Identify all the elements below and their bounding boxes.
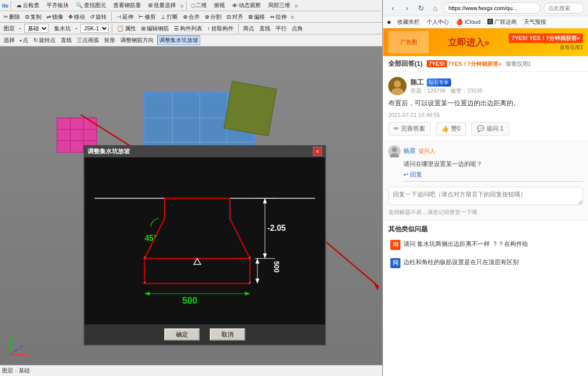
element-select[interactable]: JSK-1 (80, 24, 109, 33)
tool-two-points[interactable]: 两点 (242, 24, 256, 33)
ad-sub-text: 首答仅用1 (560, 44, 583, 51)
tool-delete[interactable]: ✂ 删除 (2, 13, 22, 21)
split-icon: ⊗ (205, 14, 209, 20)
minutes-text: 7YES！7分钟就获答» (448, 60, 502, 68)
yes-logo: 7YES! (512, 35, 528, 41)
tool-offset[interactable]: ⊠ 偏移 (247, 13, 266, 21)
bookmarks-bar: ★ 收藏夹栏 个人中心 🍎 iCloud 🅶 广联达商 天气预报 (383, 16, 588, 28)
app-logo: ite (2, 3, 9, 9)
menu-dynamic-observe[interactable]: 👁 动态观察 (229, 1, 264, 10)
tool-break[interactable]: ⊥ 打断 (159, 13, 179, 21)
user-badge: 钻石专家 (427, 78, 451, 87)
right-panel-browser: ‹ › ↻ ⌂ ★ 收藏夹栏 个人中心 🍎 iCloud 🅶 广联达商 天气预报… (383, 0, 588, 376)
svg-text:Z: Z (20, 344, 23, 349)
pink-cell (83, 130, 97, 141)
ad-banner[interactable]: 广告图 立即进入» 7YES! YES！7分钟就获答» 首答仅用1 (383, 28, 588, 56)
list-icon: ☰ (174, 25, 179, 32)
tool-component-list[interactable]: ☰ 构件列表 (172, 24, 204, 33)
point-icon: • (20, 37, 22, 44)
tool-move[interactable]: ✥ 移动 (67, 13, 86, 21)
menu-batch-select[interactable]: ⊞ 批量选择 (145, 1, 179, 10)
bookmark-personal[interactable]: 个人中心 (425, 18, 450, 26)
properties-icon: 📋 (117, 25, 124, 32)
rebar-icon: ⊞ (141, 25, 146, 32)
tool-copy[interactable]: ⧉ 复制 (24, 13, 43, 21)
separator2 (186, 1, 187, 10)
svg-text:-2.05: -2.05 (267, 224, 286, 232)
tool-parallel[interactable]: 平行 (274, 24, 288, 33)
tool-point-angle[interactable]: 点角 (290, 24, 304, 33)
menu-bar-top: ite ☁ 云检查 平齐板块 🔍 查找图元 查看钢筋量 ⊞ 批量选择 » □ 二… (0, 0, 382, 11)
search-input[interactable] (544, 3, 584, 14)
menu-cloud-check[interactable]: ☁ 云检查 (13, 1, 42, 10)
refresh-button[interactable]: ↻ (416, 3, 427, 14)
svg-text:X: X (26, 352, 30, 358)
cancel-button[interactable]: 取消 (210, 328, 245, 341)
ad-badge: 7YES! YES！7分钟就获答» (509, 33, 583, 43)
align-icon: ⊟ (227, 14, 231, 20)
stretch-icon: ⇔ (270, 14, 275, 20)
improve-answer-button[interactable]: ✏ 完善答案 (388, 122, 431, 136)
back-button[interactable]: ‹ (387, 3, 398, 14)
forward-button[interactable]: › (401, 3, 413, 14)
tool-three-point-arc[interactable]: 三点画弧 (75, 36, 101, 45)
menu-find-element[interactable]: 🔍 查找图元 (73, 1, 109, 10)
commenter-role: 提问人 (419, 147, 435, 155)
dialog-close-button[interactable]: × (313, 147, 322, 156)
tool-edit-rebar[interactable]: ⊞ 编辑钢筋 (140, 24, 170, 33)
reply-divider (403, 181, 583, 182)
tool-straight-line[interactable]: 直线 (59, 36, 73, 45)
other-question-item-1[interactable]: 问 请问 集水坑两侧出边距离不一样 ？？在构件绘 (388, 238, 583, 252)
tool-trim[interactable]: ⊢ 修剪 (137, 13, 157, 21)
tool-pick-component[interactable]: ↑ 拾取构件 (206, 24, 235, 33)
tool-adjust-pit-slope[interactable]: 调整集水坑放坡 (157, 35, 200, 45)
dialog-title-bar: 调整集水坑放坡 × (84, 145, 325, 157)
menu-top-view[interactable]: 俯视 (211, 1, 228, 10)
answer-block: 陈工 钻石专家 答题：126796 被赞：23535 布置后，可以设置某一位置边… (383, 72, 588, 141)
url-bar[interactable] (444, 3, 540, 14)
tool-line[interactable]: 直线 (258, 24, 272, 33)
bookmark-icloud[interactable]: 🍎 iCloud (455, 18, 482, 26)
comment-text: 请问在哪里设置某一边的呢？ (388, 159, 583, 169)
tool-split[interactable]: ⊗ 分割 (203, 13, 223, 21)
more-icon2: » (294, 2, 298, 10)
bookmark-weather[interactable]: 天气预报 (522, 18, 548, 26)
cad-viewport[interactable]: Y X Z 调整集水坑放坡 × (0, 47, 382, 365)
tool-properties[interactable]: 📋 属性 (115, 24, 138, 33)
pink-cell (70, 118, 83, 130)
tool-align[interactable]: ⊟ 对齐 (225, 13, 245, 21)
svg-rect-14 (84, 158, 325, 323)
reply-link[interactable]: ↩ 回复 (388, 171, 583, 179)
tool-extend[interactable]: ⊣ 延伸 (115, 13, 135, 21)
tool-rotate-point[interactable]: ↻ 旋转点 (32, 36, 57, 45)
merge-icon: ⊕ (183, 14, 188, 20)
menu-align-board[interactable]: 平齐板块 (43, 1, 72, 10)
other-question-item-2[interactable]: 问 边柱和角柱的纵筋设置是在只在顶层有区别 (388, 256, 583, 270)
follow-up-button[interactable]: 💬 追问 1 (471, 122, 509, 136)
tool-rotate[interactable]: ↺ 旋转 (88, 13, 108, 21)
offset-icon: ⊠ (248, 14, 253, 20)
tool-merge[interactable]: ⊕ 合并 (182, 13, 201, 21)
home-button[interactable]: ⌂ (430, 3, 441, 14)
tool-rectangle[interactable]: 矩形 (103, 36, 117, 45)
tool-stretch[interactable]: ⇔ 拉伸 (268, 13, 288, 21)
confirm-button[interactable]: 确定 (164, 328, 200, 341)
bookmark-gld[interactable]: 🅶 广联达商 (486, 18, 518, 26)
tool-adjust-rebar-dir[interactable]: 调整钢筋方向 (119, 36, 155, 45)
bookmark-collections[interactable]: 收藏夹栏 (396, 18, 421, 26)
comment-input[interactable] (388, 187, 583, 205)
menu-2d[interactable]: □ 二维 (189, 1, 210, 10)
like-button[interactable]: 👍 赞0 (436, 122, 466, 136)
tool-mirror[interactable]: ⇌ 镜像 (45, 13, 65, 21)
more-icon: » (180, 2, 184, 10)
commenter-info: 杨晨 提问人 (388, 145, 583, 157)
layer-select[interactable]: 基础 (24, 24, 49, 33)
thumb-up-icon: 👍 (441, 125, 449, 132)
blue-cell (200, 118, 227, 143)
user-stats: 答题：126796 被赞：23535 (411, 87, 482, 95)
menu-rebar-amount[interactable]: 查看钢筋量 (110, 1, 144, 10)
menu-partial-3d[interactable]: 局部三维 (265, 1, 293, 10)
tool-select[interactable]: 选择 (2, 36, 16, 45)
tool-point[interactable]: • 点 (18, 36, 30, 45)
element-label: 集水坑 (53, 24, 72, 33)
